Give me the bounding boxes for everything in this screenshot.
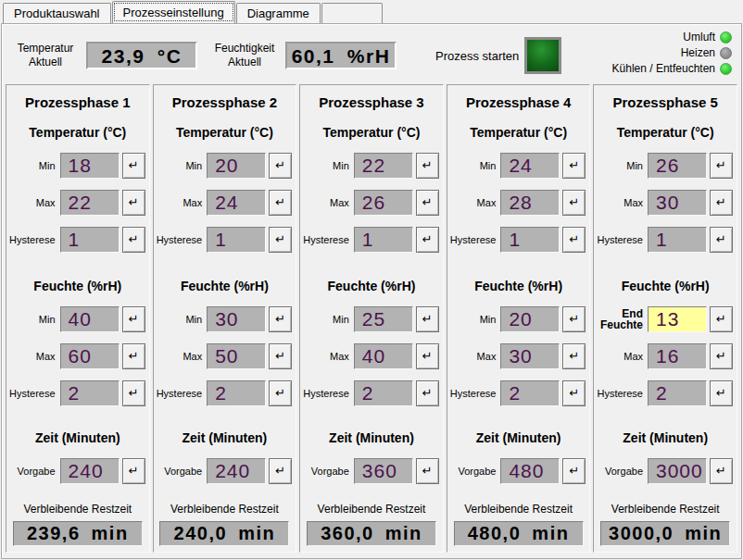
feuchte-min-input[interactable]: 20	[500, 306, 560, 332]
feuchte-hysterese-input[interactable]: 2	[648, 380, 707, 406]
enter-button[interactable]: ↵	[710, 153, 733, 179]
temp-max-input[interactable]: 22	[60, 190, 120, 216]
remaining-time-label: Verbleibende Restzeit	[318, 503, 426, 516]
feuchte-max-input[interactable]: 40	[354, 343, 413, 369]
phase-title: Prozessphase 4	[466, 94, 571, 110]
enter-button[interactable]: ↵	[416, 190, 439, 216]
enter-icon: ↵	[422, 232, 433, 246]
field-label: Max	[154, 351, 203, 362]
temp-min-input[interactable]: 24	[500, 153, 560, 179]
enter-button[interactable]: ↵	[710, 227, 733, 253]
feuchte-min-input[interactable]: 25	[354, 306, 413, 332]
enter-button[interactable]: ↵	[562, 306, 586, 332]
feuchte-max-input[interactable]: 30	[500, 343, 560, 369]
temp-min-row: Min 24 ↵	[447, 153, 590, 179]
temp-hysterese-input[interactable]: 1	[500, 227, 560, 253]
enter-button[interactable]: ↵	[122, 227, 145, 253]
temp-hysterese-input[interactable]: 1	[60, 227, 120, 253]
temperature-section-header: Temperatur (°C)	[176, 125, 273, 140]
tab-prozesseinstellung[interactable]: Prozesseinstellung	[112, 1, 235, 23]
temp-hysterese-input[interactable]: 1	[207, 227, 266, 253]
enter-icon: ↵	[275, 349, 285, 363]
enter-button[interactable]: ↵	[269, 190, 292, 216]
enter-button[interactable]: ↵	[269, 306, 292, 332]
enter-icon: ↵	[129, 349, 139, 363]
enter-button[interactable]: ↵	[269, 153, 292, 179]
vorgabe-input[interactable]: 240	[60, 458, 120, 484]
field-label: Min	[447, 160, 497, 171]
field-label: Vorgabe	[594, 466, 643, 477]
feuchte-max-row: Max 50 ↵	[154, 343, 296, 369]
field-label: Min	[447, 314, 497, 325]
temp-min-input[interactable]: 20	[207, 153, 266, 179]
vorgabe-input[interactable]: 3000	[648, 458, 707, 484]
enter-button[interactable]: ↵	[416, 306, 439, 332]
feuchte-hysterese-row: Hysterese 2 ↵	[300, 380, 443, 406]
tab-produktauswahl[interactable]: Produktauswahl	[3, 3, 111, 23]
enter-button[interactable]: ↵	[416, 343, 439, 369]
temp-min-input[interactable]: 26	[648, 153, 707, 179]
enter-button[interactable]: ↵	[269, 380, 292, 406]
field-label: Vorgabe	[300, 466, 349, 477]
temp-hysterese-input[interactable]: 1	[648, 227, 707, 253]
feuchte-max-input[interactable]: 50	[207, 343, 266, 369]
enter-button[interactable]: ↵	[562, 190, 586, 216]
enter-icon: ↵	[275, 464, 285, 478]
enter-button[interactable]: ↵	[562, 380, 586, 406]
end-feuchte-input[interactable]: 13	[648, 306, 707, 332]
feuchte-max-input[interactable]: 16	[648, 343, 707, 369]
enter-button[interactable]: ↵	[416, 227, 439, 253]
temp-min-input[interactable]: 22	[354, 153, 413, 179]
temp-max-input[interactable]: 24	[207, 190, 266, 216]
enter-button[interactable]: ↵	[710, 458, 733, 484]
process-start-button[interactable]	[524, 37, 561, 74]
enter-button[interactable]: ↵	[562, 227, 586, 253]
enter-button[interactable]: ↵	[562, 458, 586, 484]
enter-button[interactable]: ↵	[122, 153, 145, 179]
feuchte-min-input[interactable]: 30	[207, 306, 266, 332]
enter-icon: ↵	[422, 312, 433, 326]
enter-button[interactable]: ↵	[416, 380, 439, 406]
temp-max-input[interactable]: 28	[500, 190, 560, 216]
temp-min-row: Min 26 ↵	[594, 153, 737, 179]
enter-button[interactable]: ↵	[710, 306, 733, 332]
enter-button[interactable]: ↵	[416, 458, 439, 484]
enter-icon: ↵	[716, 195, 726, 209]
enter-button[interactable]: ↵	[710, 343, 733, 369]
enter-button[interactable]: ↵	[710, 380, 733, 406]
enter-button[interactable]: ↵	[416, 153, 439, 179]
field-label: Min	[300, 314, 349, 325]
vorgabe-input[interactable]: 480	[500, 458, 560, 484]
enter-button[interactable]: ↵	[269, 227, 292, 253]
feuchte-min-input[interactable]: 40	[60, 306, 120, 332]
enter-button[interactable]: ↵	[562, 343, 586, 369]
feuchte-hysterese-input[interactable]: 2	[354, 380, 413, 406]
enter-icon: ↵	[275, 312, 285, 326]
enter-button[interactable]: ↵	[269, 343, 292, 369]
vorgabe-row: Vorgabe 360 ↵	[300, 458, 443, 484]
feuchte-hysterese-input[interactable]: 2	[207, 380, 266, 406]
vorgabe-input[interactable]: 360	[354, 458, 413, 484]
enter-button[interactable]: ↵	[122, 306, 145, 332]
remaining-time-label: Verbleibende Restzeit	[464, 503, 573, 516]
feuchte-max-input[interactable]: 60	[60, 343, 120, 369]
feuchte-hysterese-input[interactable]: 2	[500, 380, 560, 406]
enter-button[interactable]: ↵	[562, 153, 586, 179]
vorgabe-row: Vorgabe 3000 ↵	[594, 458, 737, 484]
feuchte-hysterese-input[interactable]: 2	[60, 380, 120, 406]
temp-max-input[interactable]: 26	[354, 190, 413, 216]
enter-button[interactable]: ↵	[710, 190, 733, 216]
enter-button[interactable]: ↵	[122, 458, 145, 484]
enter-button[interactable]: ↵	[122, 343, 145, 369]
temp-hysterese-input[interactable]: 1	[354, 227, 413, 253]
enter-button[interactable]: ↵	[122, 190, 145, 216]
vorgabe-input[interactable]: 240	[207, 458, 266, 484]
temp-min-input[interactable]: 18	[60, 153, 120, 179]
enter-button[interactable]: ↵	[269, 458, 292, 484]
time-section-header: Zeit (Minuten)	[329, 430, 414, 445]
enter-icon: ↵	[129, 464, 139, 478]
enter-button[interactable]: ↵	[122, 380, 145, 406]
field-label: Min	[6, 160, 56, 171]
temp-max-input[interactable]: 30	[648, 190, 707, 216]
tab-diagramme[interactable]: Diagramme	[236, 3, 321, 23]
